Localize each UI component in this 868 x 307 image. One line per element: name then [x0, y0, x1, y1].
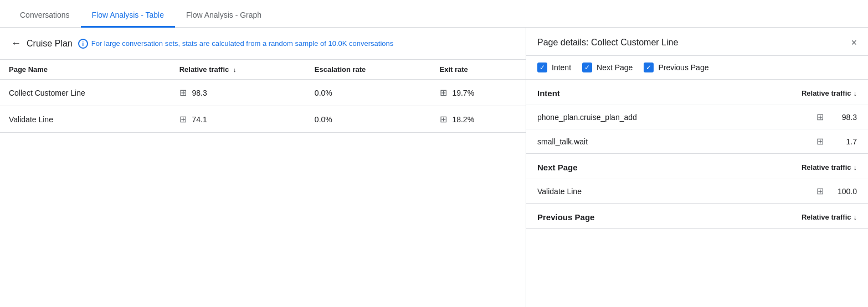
prev-page-check-icon: ✓ [646, 64, 651, 71]
right-panel: Page details: Collect Customer Line × ✓ … [526, 28, 868, 307]
intent-section-title: Intent [537, 89, 560, 98]
cell-escalation-rate: 0.0% [306, 80, 431, 106]
intent-row-0-icon: ⊞ [816, 112, 824, 122]
col-exit-rate: Exit rate [431, 60, 526, 80]
info-icon: i [78, 39, 88, 49]
prev-page-checkbox-box: ✓ [644, 63, 654, 72]
table-row[interactable]: Validate Line ⊞ 74.1 0.0% ⊞ 18.2% [0, 106, 526, 133]
next-page-row-0[interactable]: Validate Line ⊞ 100.0 [526, 179, 868, 203]
section-next-page: Next Page Relative traffic ↓ Validate Li… [526, 154, 868, 204]
close-panel-button[interactable]: × [851, 38, 857, 48]
breadcrumb: ← Cruise Plan i For large conversation s… [0, 28, 526, 59]
cell-exit-rate: ⊞ 18.2% [431, 106, 526, 133]
checkbox-filter-row: ✓ Intent ✓ Next Page ✓ Previous Page [526, 56, 868, 80]
prev-page-checkbox-label: Previous Page [658, 63, 708, 72]
next-page-section-header: Next Page Relative traffic ↓ [526, 154, 868, 179]
section-intent: Intent Relative traffic ↓ phone_plan.cru… [526, 80, 868, 154]
next-page-section-title: Next Page [537, 163, 578, 172]
cell-relative-traffic: ⊞ 98.3 [171, 80, 306, 106]
panel-header: Page details: Collect Customer Line × [526, 28, 868, 56]
intent-row-1-icon: ⊞ [816, 136, 824, 147]
intent-row-1[interactable]: small_talk.wait ⊞ 1.7 [526, 129, 868, 153]
main-layout: ← Cruise Plan i For large conversation s… [0, 28, 868, 307]
col-relative-traffic[interactable]: Relative traffic ↓ [171, 60, 306, 80]
next-page-check-icon: ✓ [584, 64, 590, 71]
intent-sort-icon: ↓ [854, 89, 857, 97]
traffic-icon: ⊞ [179, 87, 187, 98]
tab-conversations[interactable]: Conversations [9, 4, 81, 28]
tab-flow-graph[interactable]: Flow Analysis - Graph [175, 4, 273, 28]
prev-page-sort-icon: ↓ [854, 213, 857, 221]
flow-analysis-table: Page Name Relative traffic ↓ Escalation … [0, 59, 526, 133]
intent-check-icon: ✓ [540, 64, 545, 71]
next-page-sort-icon: ↓ [854, 163, 857, 171]
intent-row-0[interactable]: phone_plan.cruise_plan_add ⊞ 98.3 [526, 105, 868, 129]
tabs-bar: Conversations Flow Analysis - Table Flow… [0, 0, 868, 28]
prev-page-relative-traffic-label: Relative traffic ↓ [802, 213, 857, 221]
intent-checkbox-box: ✓ [537, 63, 547, 72]
checkbox-next-page[interactable]: ✓ Next Page [582, 63, 633, 72]
table-header-row: Page Name Relative traffic ↓ Escalation … [0, 60, 526, 80]
cell-page-name: Collect Customer Line [0, 80, 171, 106]
info-notice: i For large conversation sets, stats are… [78, 39, 394, 49]
tab-flow-table[interactable]: Flow Analysis - Table [81, 4, 175, 28]
col-page-name: Page Name [0, 60, 171, 80]
info-notice-text: For large conversation sets, stats are c… [91, 39, 394, 48]
next-page-relative-traffic-label: Relative traffic ↓ [802, 163, 857, 171]
prev-page-section-title: Previous Page [537, 212, 594, 222]
prev-page-section-header: Previous Page Relative traffic ↓ [526, 204, 868, 228]
cell-relative-traffic: ⊞ 74.1 [171, 106, 306, 133]
cell-page-name: Validate Line [0, 106, 171, 133]
cell-exit-rate: ⊞ 19.7% [431, 80, 526, 106]
intent-section-header: Intent Relative traffic ↓ [526, 80, 868, 105]
exit-icon: ⊞ [440, 87, 447, 98]
cell-escalation-rate: 0.0% [306, 106, 431, 133]
checkbox-intent[interactable]: ✓ Intent [537, 63, 571, 72]
intent-checkbox-label: Intent [552, 63, 571, 72]
next-page-checkbox-box: ✓ [582, 63, 592, 72]
back-button[interactable]: ← [11, 38, 21, 49]
next-page-checkbox-label: Next Page [597, 63, 633, 72]
section-previous-page: Previous Page Relative traffic ↓ [526, 204, 868, 229]
breadcrumb-title: Cruise Plan [27, 39, 73, 49]
left-panel: ← Cruise Plan i For large conversation s… [0, 28, 526, 307]
panel-title: Page details: Collect Customer Line [537, 38, 678, 48]
exit-icon: ⊞ [440, 114, 447, 124]
col-escalation-rate: Escalation rate [306, 60, 431, 80]
checkbox-previous-page[interactable]: ✓ Previous Page [644, 63, 708, 72]
table-row[interactable]: Collect Customer Line ⊞ 98.3 0.0% ⊞ 19.7… [0, 80, 526, 106]
sort-arrow-icon: ↓ [233, 66, 237, 73]
intent-relative-traffic-label: Relative traffic ↓ [802, 89, 857, 97]
traffic-icon: ⊞ [179, 114, 187, 124]
next-page-row-0-icon: ⊞ [816, 186, 824, 196]
